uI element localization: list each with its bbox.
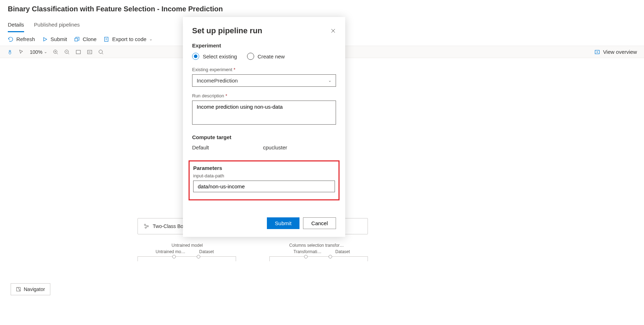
- zoom-out-icon[interactable]: [64, 49, 70, 55]
- cursor-icon[interactable]: [18, 49, 24, 55]
- submit-button[interactable]: Submit: [267, 217, 300, 229]
- compute-value: cpucluster: [263, 144, 287, 150]
- svg-rect-0: [75, 38, 78, 41]
- port-label: Dataset: [199, 249, 214, 254]
- pan-icon[interactable]: [7, 49, 13, 55]
- module-icon: [144, 223, 149, 229]
- radio-create-new[interactable]: Create new: [247, 53, 285, 60]
- radio-icon: [247, 53, 254, 60]
- param-name-label: input-data-path: [193, 173, 335, 178]
- actual-size-icon[interactable]: [87, 49, 93, 55]
- port-label: Dataset: [335, 249, 350, 254]
- input-port[interactable]: [329, 255, 332, 258]
- input-port[interactable]: [304, 255, 308, 258]
- radio-label: Create new: [258, 53, 285, 59]
- param-value-input[interactable]: [193, 181, 335, 192]
- port-label: Untrained model: [172, 243, 203, 248]
- module-partial[interactable]: [138, 256, 236, 261]
- submit-button[interactable]: Submit: [42, 36, 67, 42]
- overview-icon: [594, 49, 600, 55]
- search-icon[interactable]: [98, 49, 104, 55]
- experiment-radio-group: Select existing Create new: [192, 53, 336, 60]
- cancel-button[interactable]: Cancel: [303, 217, 336, 229]
- parameters-highlight: Parameters input-data-path: [189, 160, 340, 200]
- experiment-section-label: Experiment: [192, 42, 336, 49]
- svg-rect-1: [105, 37, 108, 41]
- navigator-icon: [16, 287, 21, 292]
- clone-label: Clone: [83, 36, 96, 42]
- chevron-down-icon: ⌄: [149, 37, 152, 41]
- clone-icon: [74, 36, 80, 42]
- canvas-toolbar-left: 100% ⌄: [7, 49, 104, 55]
- page-header: Binary Classification with Feature Selec…: [0, 0, 644, 15]
- svg-point-6: [99, 50, 102, 53]
- navigator-label: Navigator: [24, 286, 45, 292]
- tab-details[interactable]: Details: [8, 22, 24, 32]
- refresh-label: Refresh: [16, 36, 35, 42]
- refresh-button[interactable]: Refresh: [8, 36, 35, 42]
- view-overview-button[interactable]: View overview: [594, 49, 637, 55]
- modal-footer: Submit Cancel: [192, 217, 336, 229]
- zoom-value: 100%: [30, 49, 43, 55]
- tab-published-pipelines[interactable]: Published pipelines: [34, 22, 80, 32]
- existing-experiment-label: Existing experiment: [192, 67, 336, 72]
- port-label: Columns selection transfor…: [289, 243, 344, 248]
- setup-pipeline-modal: Set up pipeline run Experiment Select ex…: [183, 17, 345, 237]
- module-partial[interactable]: [269, 256, 368, 261]
- view-overview-label: View overview: [603, 49, 637, 55]
- run-description-input[interactable]: Income prediction using non-us-data: [192, 101, 336, 125]
- close-icon[interactable]: [330, 28, 336, 34]
- navigator-button[interactable]: Navigator: [11, 283, 50, 295]
- chevron-down-icon: ⌄: [44, 50, 47, 54]
- input-port[interactable]: [172, 255, 176, 258]
- svg-point-9: [147, 226, 149, 227]
- export-icon: [103, 36, 109, 42]
- compute-target-label: Compute target: [192, 134, 336, 140]
- compute-default-label: Default: [192, 144, 263, 150]
- chevron-down-icon: ⌄: [328, 78, 331, 83]
- play-icon: [42, 36, 48, 42]
- svg-rect-5: [88, 50, 92, 54]
- submit-label: Submit: [51, 36, 67, 42]
- port-label: Transformati…: [293, 249, 321, 254]
- zoom-in-icon[interactable]: [53, 49, 58, 55]
- modal-title: Set up pipeline run: [192, 26, 262, 35]
- parameters-label: Parameters: [193, 165, 335, 171]
- export-button[interactable]: Export to code ⌄: [103, 36, 152, 42]
- run-description-label: Run description: [192, 93, 336, 98]
- radio-select-existing[interactable]: Select existing: [192, 53, 237, 60]
- refresh-icon: [8, 36, 13, 42]
- modal-header: Set up pipeline run: [192, 26, 336, 35]
- radio-icon: [192, 53, 199, 60]
- select-value: IncomePrediction: [197, 78, 238, 84]
- port-label: Untrained mo…: [156, 249, 185, 254]
- svg-rect-4: [76, 50, 80, 54]
- export-label: Export to code: [112, 36, 146, 42]
- existing-experiment-select[interactable]: IncomePrediction ⌄: [192, 74, 336, 87]
- zoom-level[interactable]: 100% ⌄: [30, 49, 47, 55]
- clone-button[interactable]: Clone: [74, 36, 96, 42]
- compute-row: Default cpucluster: [192, 144, 336, 150]
- fit-icon[interactable]: [75, 49, 81, 55]
- radio-label: Select existing: [203, 53, 237, 59]
- page-title: Binary Classification with Feature Selec…: [8, 5, 636, 13]
- input-port[interactable]: [197, 255, 200, 258]
